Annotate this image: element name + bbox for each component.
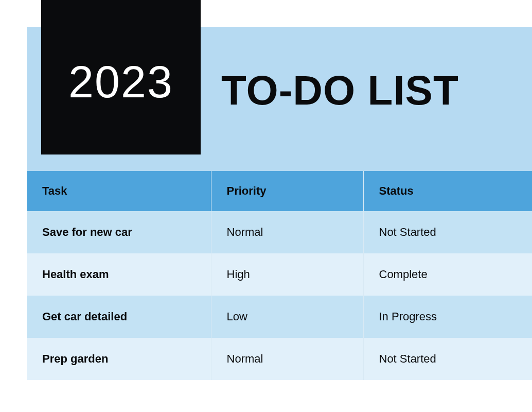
table-header-row: Task Priority Status [27,171,532,211]
cell-priority: Low [211,296,363,338]
table-row: Health exam High Complete [27,253,532,296]
cell-status: Complete [363,253,532,296]
cell-status: Not Started [363,338,532,380]
year-text: 2023 [68,56,173,108]
cell-task: Prep garden [27,338,211,380]
year-box: 2023 [41,0,201,154]
cell-task: Get car detailed [27,296,211,338]
todo-table: Task Priority Status Save for new car No… [27,171,532,380]
cell-priority: High [211,253,363,296]
col-header-status: Status [363,171,532,211]
cell-status: In Progress [363,296,532,338]
page-title: TO-DO LIST [221,67,459,114]
cell-priority: Normal [211,211,363,253]
col-header-task: Task [27,171,211,211]
col-header-priority: Priority [211,171,363,211]
table-row: Get car detailed Low In Progress [27,296,532,338]
table-row: Save for new car Normal Not Started [27,211,532,253]
cell-task: Save for new car [27,211,211,253]
cell-priority: Normal [211,338,363,380]
cell-task: Health exam [27,253,211,296]
table-row: Prep garden Normal Not Started [27,338,532,380]
cell-status: Not Started [363,211,532,253]
